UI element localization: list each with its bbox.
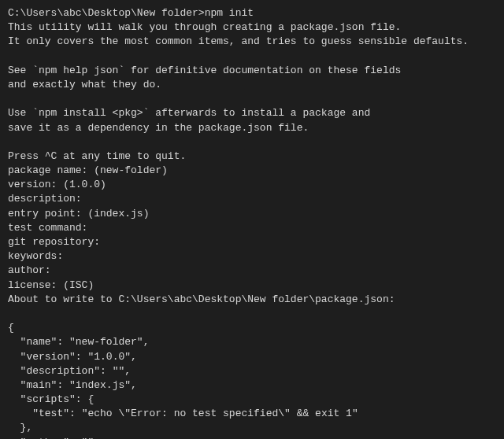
blank-line (8, 135, 496, 149)
field-author: author: (8, 264, 496, 278)
intro-line: and exactly what they do. (8, 78, 496, 92)
json-line: { (8, 321, 496, 335)
json-line: "description": "", (8, 364, 496, 378)
typed-command: npm init (205, 7, 254, 19)
field-keywords: keywords: (8, 249, 496, 264)
json-line: "main": "index.js", (8, 378, 496, 393)
blank-line (8, 50, 496, 64)
json-line: "test": "echo \"Error: no test specified… (8, 407, 496, 421)
blank-line (8, 92, 496, 106)
intro-line: This utility will walk you through creat… (8, 20, 496, 35)
intro-line: It only covers the most common items, an… (8, 35, 496, 49)
about-to-write-line: About to write to C:\Users\abc\Desktop\N… (8, 293, 496, 307)
field-entry-point: entry point: (index.js) (8, 207, 496, 221)
field-license: license: (ISC) (8, 279, 496, 293)
blank-line (8, 307, 496, 321)
field-package-name: package name: (new-folder) (8, 164, 496, 178)
field-version: version: (1.0.0) (8, 178, 496, 192)
intro-line: See `npm help json` for definitive docum… (8, 64, 496, 78)
field-test-command: test command: (8, 221, 496, 235)
intro-line: save it as a dependency in the package.j… (8, 121, 496, 135)
json-line: "version": "1.0.0", (8, 350, 496, 364)
field-description: description: (8, 192, 496, 206)
json-line: "author": "", (8, 436, 496, 439)
command-prompt-line: C:\Users\abc\Desktop\New folder>npm init (8, 6, 496, 20)
json-line: "scripts": { (8, 393, 496, 407)
prompt-path: C:\Users\abc\Desktop\New folder> (8, 7, 205, 19)
intro-line: Use `npm install <pkg>` afterwards to in… (8, 106, 496, 120)
json-line: "name": "new-folder", (8, 335, 496, 349)
json-line: }, (8, 421, 496, 435)
quit-hint-line: Press ^C at any time to quit. (8, 149, 496, 164)
field-git-repository: git repository: (8, 235, 496, 249)
